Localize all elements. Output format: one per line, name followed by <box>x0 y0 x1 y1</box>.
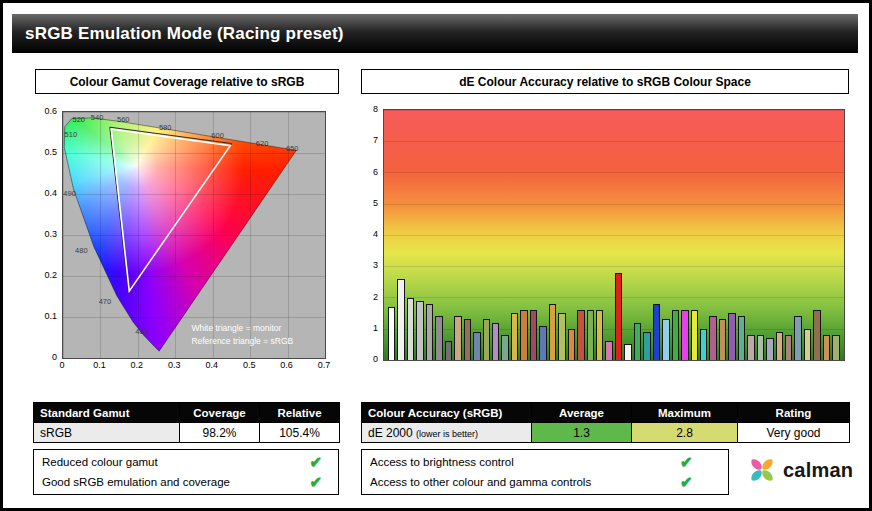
accuracy-table: Colour Accuracy (sRGB) Average Maximum R… <box>361 402 850 443</box>
tick-label: 4 <box>373 229 378 239</box>
tick-label: 0.1 <box>44 311 57 321</box>
de-bar <box>520 310 527 360</box>
tick-label: 3 <box>373 260 378 270</box>
tick-label: 8 <box>373 104 378 114</box>
de-bar <box>672 310 679 360</box>
de-bar <box>757 335 764 360</box>
de-bar <box>643 332 650 360</box>
tick-label: 6 <box>373 167 378 177</box>
list-item: Good sRGB emulation and coverage ✔ <box>34 472 338 492</box>
de-bar <box>709 316 716 360</box>
de-bar <box>426 304 433 360</box>
de-bar <box>747 335 754 360</box>
de-bar <box>804 329 811 360</box>
tick-label: 5 <box>373 198 378 208</box>
de-bar <box>587 310 594 360</box>
de-bar <box>832 335 839 360</box>
gamut-table-col-relative: Relative <box>260 403 340 423</box>
table-row: dE 2000 (lower is better) 1.3 2.8 Very g… <box>362 423 850 443</box>
list-item: Access to brightness control ✔ <box>362 452 728 472</box>
gamut-relative-value: 105.4% <box>260 423 340 443</box>
de-bar <box>719 319 726 360</box>
de-bar <box>776 332 783 360</box>
de-bar <box>511 313 518 360</box>
gamut-legend: White triangle = monitor Reference trian… <box>191 322 293 347</box>
de-bar <box>596 310 603 360</box>
tick-label: 0.2 <box>44 270 57 280</box>
tick-label: 0.4 <box>205 360 218 370</box>
metric-note: (lower is better) <box>416 429 478 439</box>
gamut-table-col-coverage: Coverage <box>180 403 260 423</box>
de-panel-title: dE Colour Accuracy relative to sRGB Colo… <box>361 69 849 94</box>
accuracy-table-col-rating: Rating <box>738 403 850 423</box>
metric-name: dE 2000 <box>368 426 413 440</box>
gamut-panel-title: Colour Gamut Coverage relative to sRGB <box>35 69 339 94</box>
gamut-x-ticks: 00.10.20.30.40.50.60.7 <box>62 360 324 372</box>
accuracy-check-label-2: Access to other colour and gamma control… <box>370 476 591 488</box>
tick-label: 0 <box>52 352 57 362</box>
tick-label: 0.5 <box>44 147 57 157</box>
accuracy-row-name: dE 2000 (lower is better) <box>362 423 532 443</box>
de-bar <box>728 313 735 360</box>
tick-label: 7 <box>373 135 378 145</box>
table-row: sRGB 98.2% 105.4% <box>34 423 340 443</box>
spectral-locus-outline <box>64 118 296 351</box>
check-icon: ✔ <box>309 452 322 472</box>
gamut-chart: 460470480490510520540560580600620650 Whi… <box>35 99 339 383</box>
de-bar <box>454 316 461 360</box>
de-bar <box>823 335 830 360</box>
gamut-check-label-2: Good sRGB emulation and coverage <box>42 476 230 488</box>
tick-label: 0.6 <box>280 360 293 370</box>
report-page: sRGB Emulation Mode (Racing preset) Colo… <box>0 0 872 511</box>
de-bar <box>558 313 565 360</box>
de-bar <box>605 341 612 360</box>
tick-label: 0.4 <box>44 188 57 198</box>
gamut-table: Standard Gamut Coverage Relative sRGB 98… <box>33 402 340 443</box>
de-bar <box>681 310 688 360</box>
tick-label: 0.3 <box>44 229 57 239</box>
gamut-plot: 460470480490510520540560580600620650 Whi… <box>62 111 326 359</box>
tick-label: 0.6 <box>44 106 57 116</box>
de-bar <box>464 319 471 360</box>
de-bar <box>473 332 480 360</box>
reference-triangle <box>110 127 232 293</box>
de-bar <box>501 335 508 360</box>
de-bar <box>615 273 622 361</box>
de-bar <box>549 304 556 360</box>
de-bar <box>435 316 442 360</box>
de-bar <box>794 316 801 360</box>
tick-label: 0.3 <box>168 360 181 370</box>
de-bar <box>700 329 707 360</box>
accuracy-table-col-average: Average <box>532 403 632 423</box>
de-bar <box>388 307 395 360</box>
de-bar <box>634 323 641 361</box>
de-bar <box>653 304 660 360</box>
accuracy-check-label-1: Access to brightness control <box>370 456 514 468</box>
tick-label: 0 <box>59 360 64 370</box>
tick-label: 0.2 <box>131 360 144 370</box>
de-bar <box>766 338 773 360</box>
gamut-table-title: Standard Gamut <box>34 403 180 423</box>
de-bar <box>813 310 820 360</box>
de-bars <box>384 110 844 360</box>
legend-line-monitor: White triangle = monitor <box>191 322 293 334</box>
monitor-triangle <box>111 129 230 291</box>
gamut-coverage-value: 98.2% <box>180 423 260 443</box>
accuracy-table-col-maximum: Maximum <box>632 403 738 423</box>
calman-logo-text: calman <box>783 459 853 482</box>
check-icon: ✔ <box>680 472 693 492</box>
maximum-value-cell: 2.8 <box>632 423 738 443</box>
check-icon: ✔ <box>309 472 322 492</box>
de-bar <box>691 310 698 360</box>
de-bar <box>738 316 745 360</box>
tick-label: 0.1 <box>93 360 106 370</box>
gamut-check-label-1: Reduced colour gamut <box>42 456 158 468</box>
de-plot <box>383 109 845 361</box>
de-bar <box>624 344 631 360</box>
de-bar <box>416 301 423 360</box>
de-bar <box>445 341 452 360</box>
de-bar <box>785 335 792 360</box>
accuracy-checklist: Access to brightness control ✔ Access to… <box>361 449 729 495</box>
de-bar <box>577 310 584 360</box>
calman-logo: calman <box>747 455 853 485</box>
